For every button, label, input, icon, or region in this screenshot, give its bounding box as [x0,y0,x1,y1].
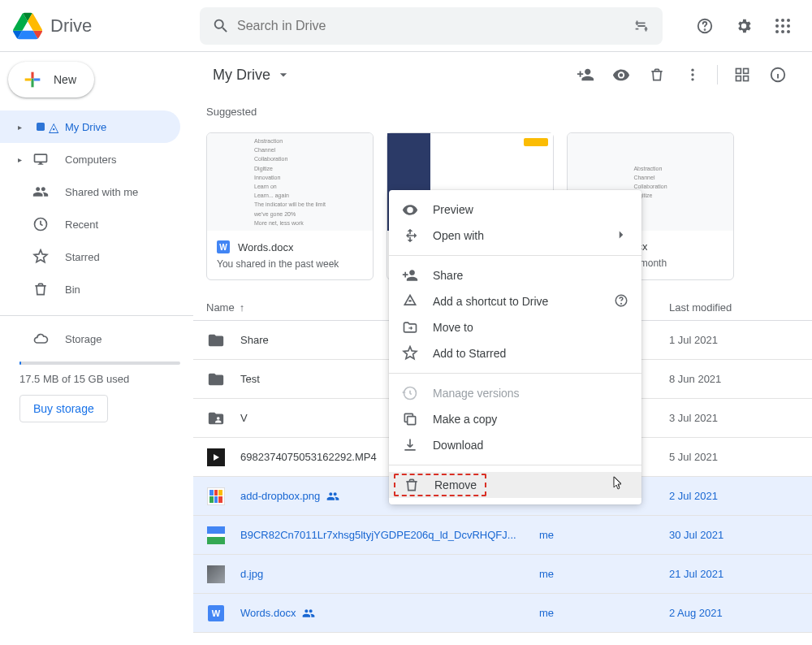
svg-point-5 [775,24,779,28]
suggested-title: Suggested [193,91,812,132]
more-icon[interactable] [676,58,709,91]
cloud-icon [32,331,52,347]
file-row[interactable]: d.jpgme21 Jul 2021 [193,555,812,594]
cursor-icon [609,475,625,499]
people-icon [32,184,52,200]
svg-rect-16 [736,69,741,74]
new-label: New [54,73,76,86]
search-bar[interactable] [200,7,663,45]
menu-preview[interactable]: Preview [389,197,641,223]
nav-bin[interactable]: Bin [0,273,180,305]
file-name: Words.docx [240,607,539,620]
word-icon: W [217,240,230,253]
star-icon [32,249,52,265]
open-with-icon [402,227,418,244]
menu-share[interactable]: Share [389,262,641,288]
svg-point-2 [775,19,779,22]
info-icon[interactable] [762,58,794,91]
expand-icon[interactable]: ▸ [18,123,28,132]
app-name: Drive [50,15,92,37]
menu-open-with[interactable]: Open with [389,223,641,249]
nav-recent[interactable]: Recent [0,208,180,240]
nav-starred[interactable]: Starred [0,240,180,273]
file-type-icon: W [206,605,226,621]
svg-point-9 [781,30,784,33]
file-type-icon [206,331,226,349]
file-type-icon [206,487,226,505]
menu-download[interactable]: Download [389,432,641,458]
svg-point-3 [781,19,784,22]
buy-storage-button[interactable]: Buy storage [19,395,108,422]
menu-manage-versions: Manage versions [389,380,641,406]
new-button[interactable]: New [8,62,94,97]
nav-my-drive[interactable]: ▸◬My Drive [0,110,180,143]
svg-point-10 [787,30,790,33]
preview-icon[interactable] [605,58,637,91]
drive-icon: ◬ [32,119,52,135]
eye-icon [402,201,418,218]
dropdown-icon [275,67,292,83]
help-icon[interactable] [614,293,628,310]
grid-view-icon[interactable] [726,58,758,91]
shared-icon [302,607,315,620]
star-icon [402,345,418,361]
col-modified[interactable]: Last modified [669,301,799,314]
suggested-card[interactable]: AbstractionChannelCollaborationDigitizeI… [206,132,374,280]
file-type-icon [206,409,226,427]
nav-shared[interactable]: Shared with me [0,175,180,208]
file-modified: 21 Jul 2021 [669,568,799,580]
nav-storage[interactable]: Storage [0,322,180,355]
context-menu: Preview Open with Share Add a shortcut t… [389,190,641,504]
file-owner: me [539,568,669,580]
file-modified: 30 Jul 2021 [669,529,799,541]
header: Drive [0,0,812,52]
history-icon [402,385,418,401]
file-row[interactable]: WWords.docxme2 Aug 2021 [193,594,812,633]
nav-computers[interactable]: ▸Computers [0,143,180,175]
svg-point-15 [691,78,693,80]
menu-copy[interactable]: Make a copy [389,406,641,432]
help-icon[interactable] [689,10,721,42]
file-row[interactable]: B9CR82Cn7011Lr7xhsg5ltyjYGDPE206q_ld_Dcv… [193,516,812,555]
menu-shortcut[interactable]: Add a shortcut to Drive [389,288,641,314]
sidebar: New ▸◬My Drive ▸Computers Shared with me… [0,52,193,645]
trash-icon [32,281,52,297]
file-owner: me [539,529,669,541]
shared-icon [326,490,339,503]
file-type-icon [206,565,226,583]
svg-point-6 [781,24,784,28]
trash-icon [404,477,420,493]
chevron-right-icon [614,227,628,245]
file-modified: 1 Jul 2021 [669,334,799,346]
share-person-icon[interactable] [569,58,602,91]
clock-icon [32,216,52,232]
search-options-icon[interactable] [625,10,658,42]
logo-area[interactable]: Drive [6,11,200,41]
svg-rect-19 [744,76,749,81]
svg-point-4 [787,19,790,22]
file-modified: 2 Jul 2021 [669,490,799,502]
apps-icon[interactable] [767,10,799,42]
file-type-icon [206,448,226,466]
menu-move[interactable]: Move to [389,314,641,340]
file-owner: me [539,607,669,619]
svg-point-14 [691,73,693,76]
expand-icon[interactable]: ▸ [18,155,28,164]
settings-icon[interactable] [728,10,760,42]
search-icon[interactable] [205,10,237,42]
copy-icon [402,411,418,427]
file-name: B9CR82Cn7011Lr7xhsg5ltyjYGDPE206q_ld_Dcv… [240,529,539,541]
menu-star[interactable]: Add to Starred [389,340,641,366]
menu-remove[interactable]: Remove [389,472,641,498]
download-icon [402,437,418,453]
svg-rect-17 [744,69,749,74]
delete-icon[interactable] [641,58,673,91]
storage-text: 17.5 MB of 15 GB used [19,373,180,385]
file-type-icon [206,526,226,544]
card-thumbnail: AbstractionChannelCollaborationDigitizeI… [207,133,373,231]
breadcrumb[interactable]: My Drive [206,63,298,87]
svg-point-1 [705,29,706,30]
search-input[interactable] [237,19,625,33]
header-icons [689,10,806,42]
file-modified: 2 Aug 2021 [669,607,799,619]
